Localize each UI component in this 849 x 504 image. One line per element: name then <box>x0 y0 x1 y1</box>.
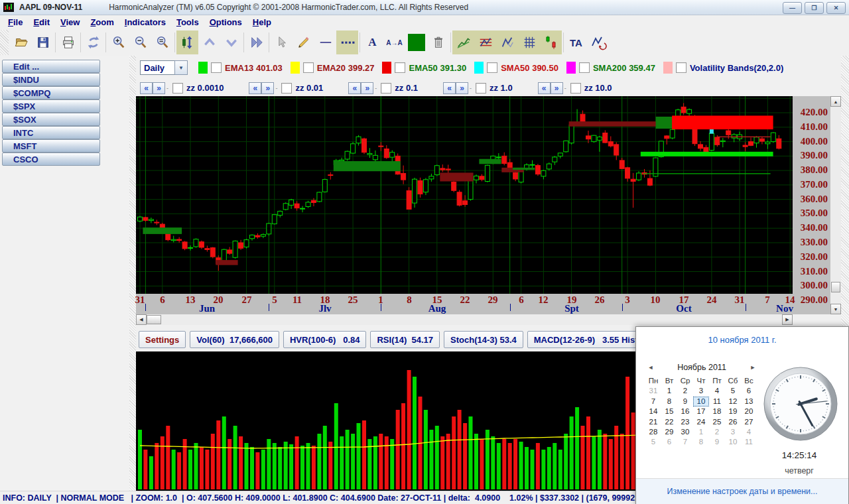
zz-prev-button[interactable]: « <box>443 82 456 94</box>
scroll-right-arrow[interactable]: ▶ <box>782 314 793 325</box>
toolbar-zoom-reset[interactable] <box>151 31 173 54</box>
horizontal-scrollbar[interactable]: ◀ ▶ <box>136 314 793 325</box>
toolbar-pointer[interactable] <box>271 31 293 54</box>
legend-checkbox[interactable] <box>579 62 590 73</box>
zz-prev-button[interactable]: « <box>249 82 261 94</box>
toolbar-fast-forward[interactable] <box>245 31 267 54</box>
calendar-day[interactable]: 2 <box>677 386 693 396</box>
toolbar-open-file[interactable] <box>10 31 32 54</box>
calendar-day[interactable]: 9 <box>677 397 693 407</box>
toolbar-scroll-down[interactable] <box>220 31 242 54</box>
calendar-day[interactable]: 20 <box>741 407 757 416</box>
legend-checkbox[interactable] <box>487 62 497 73</box>
calendar-day[interactable]: 16 <box>677 407 693 416</box>
sidebar-item-intc[interactable]: INTC <box>2 126 100 139</box>
minimize-button[interactable]: — <box>783 2 802 14</box>
zz-prev-button[interactable]: « <box>348 82 361 94</box>
toolbar-harmonic-levels[interactable] <box>474 31 496 54</box>
calendar-day[interactable]: 3 <box>725 427 741 437</box>
toolbar-zoom-out[interactable] <box>129 31 151 54</box>
toolbar-delete-drawing[interactable] <box>427 31 449 54</box>
calendar-day[interactable]: 26 <box>725 417 741 427</box>
menu-edit[interactable]: Edit <box>28 17 55 27</box>
toolbar-draw-pencil[interactable] <box>293 31 314 54</box>
toolbar-line-chart[interactable] <box>452 31 474 54</box>
calendar-day[interactable]: 4 <box>741 427 757 437</box>
calendar-day[interactable]: 14 <box>645 407 661 416</box>
toolbar-scale-candles[interactable] <box>176 31 198 54</box>
calendar-next-icon[interactable]: ► <box>748 364 758 371</box>
menu-indicators[interactable]: Indicators <box>119 17 171 27</box>
calendar-day[interactable]: 30 <box>677 427 693 437</box>
restore-button[interactable]: ❐ <box>805 2 824 14</box>
toolbar-zigzag-chart[interactable] <box>496 31 518 54</box>
calendar-day[interactable]: 3 <box>693 386 709 396</box>
price-chart[interactable] <box>136 96 793 294</box>
calendar-day[interactable]: 7 <box>645 397 661 407</box>
calendar-month-title[interactable]: Ноябрь 2011 <box>656 363 748 372</box>
zz-checkbox[interactable] <box>381 83 391 94</box>
calendar-day[interactable]: 18 <box>709 407 725 416</box>
calendar-day[interactable]: 6 <box>661 437 677 447</box>
sidebar-item-msft[interactable]: MSFT <box>2 139 100 153</box>
calendar-day[interactable]: 9 <box>709 437 725 447</box>
toolbar-save[interactable] <box>32 31 54 54</box>
zz-prev-button[interactable]: « <box>538 82 551 94</box>
scroll-up-arrow[interactable]: ▲ <box>830 96 841 107</box>
calendar-day[interactable]: 15 <box>661 407 677 416</box>
calendar-day[interactable]: 7 <box>677 437 693 447</box>
toolbar-ta-label[interactable]: TA <box>565 31 587 54</box>
toolbar-text-label[interactable]: A <box>361 31 383 54</box>
zz-next-button[interactable]: » <box>551 82 563 94</box>
toolbar-zoom-in[interactable] <box>107 31 129 54</box>
zz-next-button[interactable]: » <box>456 82 468 94</box>
calendar-day[interactable]: 10 <box>725 437 741 447</box>
sidebar-item-compq[interactable]: $COMPQ <box>2 86 100 99</box>
sidebar-splitter[interactable] <box>129 56 136 491</box>
toolbar-print[interactable] <box>57 31 79 54</box>
legend-checkbox[interactable] <box>211 62 222 73</box>
legend-checkbox[interactable] <box>303 62 314 73</box>
toolbar-draw-dots[interactable] <box>336 31 358 54</box>
calendar-prev-icon[interactable]: ◄ <box>645 364 656 371</box>
change-datetime-link[interactable]: Изменение настроек даты и времени... <box>667 487 817 496</box>
menu-help[interactable]: Help <box>247 17 277 27</box>
menu-zoom[interactable]: Zoom <box>85 17 119 27</box>
horizontal-scroll-thumb[interactable] <box>147 315 161 324</box>
calendar-day[interactable]: 23 <box>677 417 693 427</box>
calendar-day[interactable]: 13 <box>741 397 757 407</box>
menu-view[interactable]: View <box>55 17 85 27</box>
zz-checkbox[interactable] <box>281 83 292 94</box>
calendar-day[interactable]: 11 <box>709 397 725 407</box>
indicator-button-stoch[interactable]: Stoch(14-3) 53.4 <box>444 331 523 348</box>
toolbar-text-resize[interactable]: A→A <box>383 31 405 54</box>
scroll-down-arrow[interactable]: ▼ <box>830 304 841 314</box>
sidebar-item-indu[interactable]: $INDU <box>2 73 100 86</box>
calendar-day[interactable]: 8 <box>661 397 677 407</box>
settings-button[interactable]: Settings <box>139 331 186 348</box>
toolbar-refresh[interactable] <box>82 31 104 54</box>
calendar-day[interactable]: 5 <box>725 386 741 396</box>
sidebar-item-edit[interactable]: Edit ... <box>2 60 100 73</box>
indicator-button-hvr[interactable]: HVR(100-6) 0.84 <box>283 331 367 348</box>
sidebar-item-sox[interactable]: $SOX <box>2 113 100 126</box>
calendar-day[interactable]: 24 <box>693 417 709 427</box>
toolbar-grip[interactable] <box>0 30 9 55</box>
zz-next-button[interactable]: » <box>361 82 373 94</box>
timeframe-combobox[interactable]: Daily ▼ <box>140 60 188 75</box>
sidebar-item-spx[interactable]: $SPX <box>2 99 100 113</box>
toolbar-scroll-up[interactable] <box>198 31 220 54</box>
legend-checkbox[interactable] <box>395 62 405 73</box>
calendar-day[interactable]: 6 <box>741 386 757 396</box>
calendar-day[interactable]: 1 <box>693 427 709 437</box>
calendar-day[interactable]: 22 <box>661 417 677 427</box>
toolbar-draw-line[interactable] <box>314 31 336 54</box>
menu-tools[interactable]: Tools <box>171 17 204 27</box>
toolbar-color-swatch[interactable] <box>405 31 427 54</box>
legend-checkbox[interactable] <box>676 62 686 73</box>
menu-file[interactable]: File <box>3 17 28 27</box>
zz-next-button[interactable]: » <box>153 82 165 94</box>
zz-checkbox[interactable] <box>570 83 581 94</box>
calendar-day[interactable]: 31 <box>645 386 661 396</box>
zz-next-button[interactable]: » <box>261 82 274 94</box>
